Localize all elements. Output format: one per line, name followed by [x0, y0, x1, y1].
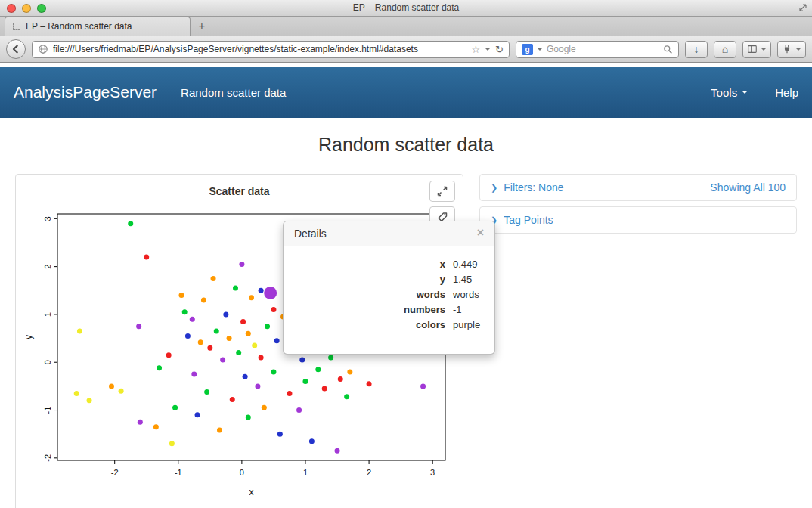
nav-item-random-scatter-data[interactable]: Random scatter data	[181, 86, 286, 99]
data-point[interactable]	[166, 352, 172, 358]
data-point[interactable]	[335, 448, 340, 454]
data-point[interactable]	[109, 383, 114, 389]
data-point[interactable]	[259, 355, 264, 360]
data-point[interactable]	[296, 407, 302, 413]
data-point[interactable]	[271, 369, 276, 374]
search-bar[interactable]: g Google	[516, 41, 679, 58]
data-point[interactable]	[157, 365, 162, 370]
expand-plot-button[interactable]	[429, 181, 455, 202]
data-point[interactable]	[172, 405, 178, 410]
bookmark-star-icon[interactable]: ☆	[471, 44, 480, 55]
data-point[interactable]	[262, 405, 267, 410]
data-point[interactable]	[302, 379, 308, 384]
bookmarks-button[interactable]	[742, 41, 771, 58]
data-point[interactable]	[144, 254, 149, 259]
new-tab-button[interactable]: +	[191, 17, 213, 36]
data-point[interactable]	[274, 338, 280, 343]
data-point[interactable]	[265, 324, 270, 329]
data-point[interactable]	[236, 350, 241, 355]
url-dropdown-caret-icon[interactable]	[485, 48, 491, 51]
data-point[interactable]	[230, 397, 235, 402]
data-point[interactable]	[136, 324, 141, 329]
data-point[interactable]	[87, 398, 92, 403]
tag-points-accordion[interactable]: ❯ Tag Points	[479, 206, 797, 234]
data-point[interactable]	[153, 424, 159, 429]
data-point[interactable]	[252, 343, 257, 348]
tab-ep-random-scatter-data[interactable]: EP – Random scatter data	[5, 17, 191, 36]
minimize-window-button[interactable]	[22, 4, 31, 13]
home-button[interactable]: ⌂	[714, 41, 736, 58]
data-point[interactable]	[299, 358, 305, 363]
y-tick-label: -2	[43, 454, 52, 462]
data-point[interactable]	[249, 295, 254, 300]
data-point[interactable]	[190, 317, 195, 322]
data-point[interactable]	[182, 309, 188, 314]
filters-label[interactable]: Filters: None	[504, 181, 563, 194]
data-point[interactable]	[259, 288, 264, 293]
data-point[interactable]	[246, 331, 251, 336]
data-point[interactable]	[287, 391, 292, 396]
data-point[interactable]	[328, 355, 333, 360]
filters-status: Showing All 100	[710, 181, 786, 194]
data-point[interactable]	[338, 376, 343, 382]
search-engine-caret-icon[interactable]	[537, 48, 543, 51]
data-point[interactable]	[217, 428, 222, 433]
data-point[interactable]	[201, 297, 206, 302]
brand[interactable]: AnalysisPageServer	[14, 83, 157, 101]
data-point[interactable]	[322, 386, 327, 392]
data-point[interactable]	[344, 394, 349, 399]
downloads-button[interactable]: ↓	[685, 41, 708, 58]
data-point[interactable]	[255, 383, 260, 389]
data-point[interactable]	[128, 221, 133, 226]
data-point[interactable]	[74, 391, 79, 396]
back-button[interactable]	[6, 39, 26, 59]
addons-button[interactable]	[777, 41, 806, 58]
url-bar[interactable]: file:///Users/friedmab/EP/AnalysisPageSe…	[32, 41, 510, 58]
data-point[interactable]	[214, 329, 219, 334]
data-point[interactable]	[271, 307, 276, 312]
search-input[interactable]: Google	[547, 44, 659, 54]
data-point[interactable]	[233, 286, 238, 291]
url-text[interactable]: file:///Users/friedmab/EP/AnalysisPageSe…	[53, 44, 466, 54]
data-point[interactable]	[119, 389, 124, 394]
google-engine-icon[interactable]: g	[522, 44, 533, 55]
data-point[interactable]	[315, 367, 321, 372]
tag-points-label[interactable]: Tag Points	[504, 213, 553, 227]
details-list: x0.449y1.45wordswordsnumbers-1colorspurp…	[294, 257, 484, 333]
data-point[interactable]	[246, 415, 251, 420]
data-point[interactable]	[191, 372, 197, 377]
generic-favicon	[13, 23, 20, 30]
data-point[interactable]	[185, 333, 191, 339]
data-point[interactable]	[227, 336, 232, 341]
data-point[interactable]	[220, 358, 225, 363]
data-point[interactable]	[309, 438, 315, 444]
data-point[interactable]	[138, 420, 143, 425]
data-point[interactable]	[239, 262, 244, 267]
data-point[interactable]	[169, 441, 175, 446]
data-point[interactable]	[240, 319, 246, 324]
data-point[interactable]	[420, 383, 426, 389]
data-point[interactable]	[195, 412, 200, 417]
help-link[interactable]: Help	[775, 86, 798, 99]
back-arrow-icon	[11, 44, 21, 54]
data-point[interactable]	[77, 329, 82, 334]
data-point[interactable]	[207, 345, 212, 351]
data-point[interactable]	[277, 432, 283, 437]
data-point[interactable]	[367, 381, 372, 386]
data-point[interactable]	[204, 389, 209, 395]
search-icon[interactable]	[663, 45, 673, 54]
close-window-button[interactable]	[7, 4, 16, 13]
selected-data-point[interactable]	[264, 287, 277, 299]
data-point[interactable]	[223, 311, 228, 317]
filters-accordion[interactable]: ❯ Filters: None Showing All 100	[479, 174, 797, 201]
tools-menu[interactable]: Tools	[711, 86, 748, 99]
close-icon[interactable]: ×	[477, 228, 484, 240]
data-point[interactable]	[243, 374, 248, 379]
data-point[interactable]	[198, 339, 203, 345]
data-point[interactable]	[178, 293, 184, 298]
fullscreen-icon[interactable]	[798, 3, 807, 12]
reload-icon[interactable]: ↻	[495, 44, 504, 55]
data-point[interactable]	[347, 369, 352, 374]
data-point[interactable]	[211, 276, 216, 281]
zoom-window-button[interactable]	[37, 4, 46, 13]
